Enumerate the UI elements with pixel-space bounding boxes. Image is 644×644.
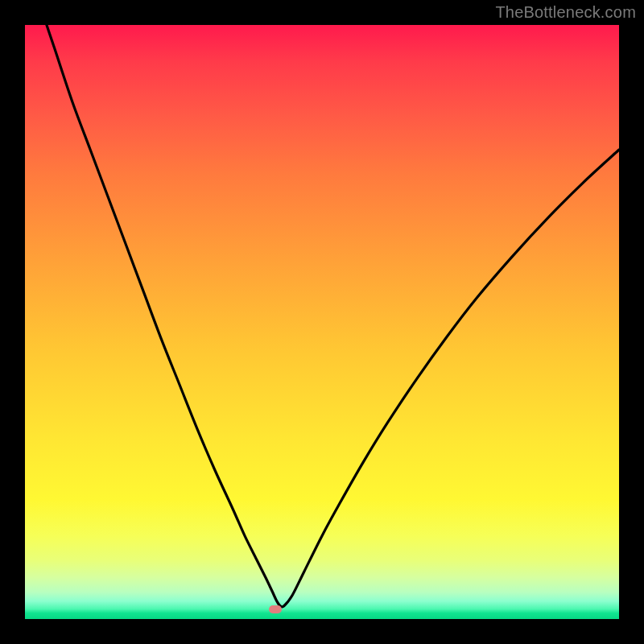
bottleneck-curve: [25, 25, 619, 619]
watermark-text: TheBottleneck.com: [495, 3, 636, 22]
plot-frame: [25, 25, 619, 619]
minimum-marker: [269, 605, 282, 613]
plot-area: [25, 25, 619, 619]
chart-container: TheBottleneck.com: [0, 0, 644, 644]
